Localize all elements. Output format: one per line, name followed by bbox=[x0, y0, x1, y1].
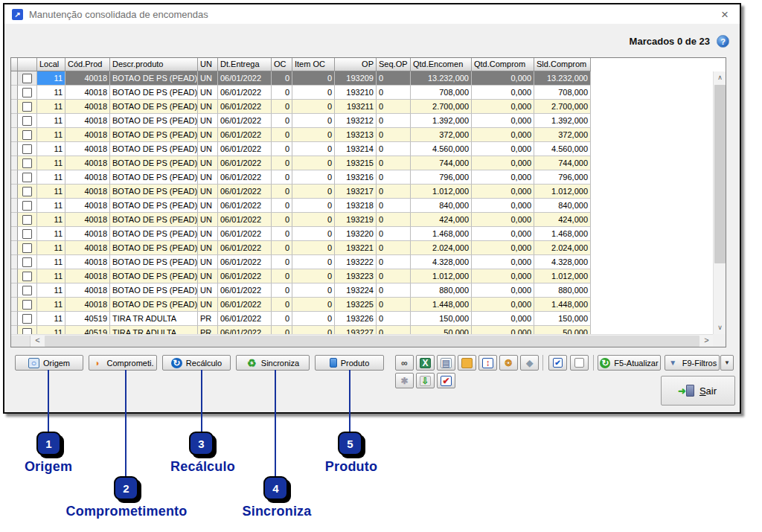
column-header[interactable]: Local bbox=[37, 58, 65, 71]
palette-button[interactable]: ❂ bbox=[499, 355, 518, 371]
column-header[interactable]: OC bbox=[272, 58, 292, 71]
sincroniza-button[interactable]: ♻ Sincroniza bbox=[236, 355, 310, 371]
row-checkbox[interactable] bbox=[22, 215, 32, 225]
origem-button[interactable]: ○ Origem bbox=[15, 355, 83, 371]
table-row[interactable]: 1140018BOTAO DE PS (PEAD)UN06/01/2022001… bbox=[11, 114, 726, 128]
row-selector[interactable] bbox=[11, 114, 18, 128]
table-row[interactable]: 1140018BOTAO DE PS (PEAD)UN06/01/2022001… bbox=[11, 156, 726, 170]
check-all-button[interactable]: ✔ bbox=[548, 355, 567, 371]
folder-import-button[interactable] bbox=[458, 355, 476, 371]
scroll-up-icon[interactable]: ∧ bbox=[714, 71, 726, 84]
row-selector[interactable] bbox=[11, 283, 18, 298]
checklist-button[interactable]: ✔ bbox=[437, 373, 455, 388]
column-header[interactable] bbox=[18, 58, 37, 71]
settings-gear-button[interactable]: ✱ bbox=[395, 373, 414, 388]
row-checkbox[interactable] bbox=[22, 314, 32, 324]
comprometimento-button[interactable]: ◗ Comprometi. bbox=[89, 355, 157, 371]
column-header[interactable]: Descr.produto bbox=[110, 58, 198, 71]
scroll-down-icon[interactable]: ∨ bbox=[714, 321, 726, 334]
sort-values-button[interactable]: ↕ bbox=[478, 355, 497, 371]
vertical-scrollbar[interactable]: ∧ ∨ bbox=[713, 71, 726, 334]
column-header[interactable]: Cód.Prod bbox=[65, 58, 110, 71]
column-header[interactable] bbox=[11, 58, 18, 71]
recalculo-button[interactable]: ↻ Recálculo bbox=[162, 355, 231, 371]
table-row[interactable]: 1140018BOTAO DE PS (PEAD)UN06/01/2022001… bbox=[11, 100, 726, 114]
row-selector[interactable] bbox=[11, 86, 18, 100]
column-header[interactable]: Item OC bbox=[292, 58, 335, 71]
close-icon[interactable]: × bbox=[717, 7, 732, 22]
scroll-left-icon[interactable]: < bbox=[31, 335, 44, 347]
help-icon[interactable]: ? bbox=[717, 35, 729, 48]
column-header[interactable]: Sld.Comprom bbox=[534, 58, 591, 71]
horizontal-scroll-thumb[interactable] bbox=[45, 336, 699, 347]
row-selector[interactable] bbox=[11, 128, 18, 142]
row-selector[interactable] bbox=[11, 185, 18, 199]
document-button[interactable]: ▤ bbox=[437, 355, 455, 371]
row-checkbox[interactable] bbox=[22, 243, 32, 253]
row-selector[interactable] bbox=[11, 170, 18, 185]
row-checkbox[interactable] bbox=[22, 272, 32, 281]
uncheck-all-button[interactable] bbox=[570, 355, 589, 371]
row-checkbox[interactable] bbox=[22, 158, 32, 168]
table-row[interactable]: 1140018BOTAO DE PS (PEAD)UN06/01/2022001… bbox=[11, 71, 726, 86]
row-selector[interactable] bbox=[11, 298, 18, 312]
table-row[interactable]: 1140018BOTAO DE PS (PEAD)UN06/01/2022001… bbox=[11, 199, 726, 213]
table-row[interactable]: 1140018BOTAO DE PS (PEAD)UN06/01/2022001… bbox=[11, 128, 726, 142]
column-header[interactable]: Seq.OP bbox=[377, 58, 411, 71]
row-selector[interactable] bbox=[11, 199, 18, 213]
row-checkbox[interactable] bbox=[22, 130, 32, 140]
table-row[interactable]: 1140018BOTAO DE PS (PEAD)UN06/01/2022001… bbox=[11, 170, 726, 185]
vertical-scroll-thumb[interactable] bbox=[714, 85, 726, 263]
f9-filtros-button[interactable]: ▼ F9-Filtros bbox=[665, 355, 720, 371]
table-row[interactable]: 1140018BOTAO DE PS (PEAD)UN06/01/2022001… bbox=[11, 86, 726, 100]
table-row[interactable]: 1140519TIRA TR ADULTAPR06/01/20220019322… bbox=[11, 326, 726, 334]
row-checkbox[interactable] bbox=[22, 300, 32, 310]
table-row[interactable]: 1140018BOTAO DE PS (PEAD)UN06/01/2022001… bbox=[11, 241, 726, 255]
row-selector[interactable] bbox=[11, 269, 18, 283]
column-header[interactable]: Qtd.Encomen bbox=[411, 58, 472, 71]
row-checkbox[interactable] bbox=[22, 144, 32, 154]
table-row[interactable]: 1140018BOTAO DE PS (PEAD)UN06/01/2022001… bbox=[11, 255, 726, 269]
binoculars-button[interactable]: ∞ bbox=[395, 355, 414, 371]
sair-button[interactable]: ➜ Sair bbox=[661, 376, 735, 406]
row-selector[interactable] bbox=[11, 241, 18, 255]
row-selector[interactable] bbox=[11, 312, 18, 326]
block-button[interactable]: ◆ bbox=[520, 355, 539, 371]
column-header[interactable]: Dt.Entrega bbox=[218, 58, 272, 71]
row-checkbox[interactable] bbox=[22, 229, 32, 239]
row-checkbox[interactable] bbox=[22, 187, 32, 196]
f5-atualizar-button[interactable]: ↻ F5-Atualizar bbox=[598, 355, 661, 371]
row-selector[interactable] bbox=[11, 142, 18, 156]
table-row[interactable]: 1140018BOTAO DE PS (PEAD)UN06/01/2022001… bbox=[11, 227, 726, 241]
table-row[interactable]: 1140018BOTAO DE PS (PEAD)UN06/01/2022001… bbox=[11, 298, 726, 312]
table-row[interactable]: 1140018BOTAO DE PS (PEAD)UN06/01/2022001… bbox=[11, 142, 726, 156]
horizontal-scrollbar[interactable]: < > bbox=[11, 334, 713, 347]
row-selector[interactable] bbox=[11, 326, 18, 334]
row-selector[interactable] bbox=[11, 100, 18, 114]
row-checkbox[interactable] bbox=[22, 74, 32, 83]
filtros-dropdown-button[interactable]: ▼ bbox=[720, 355, 734, 371]
row-checkbox[interactable] bbox=[22, 201, 32, 211]
table-row[interactable]: 1140018BOTAO DE PS (PEAD)UN06/01/2022001… bbox=[11, 269, 726, 283]
row-checkbox[interactable] bbox=[22, 286, 32, 295]
print-export-button[interactable]: ⇩ bbox=[416, 373, 435, 388]
table-row[interactable]: 1140018BOTAO DE PS (PEAD)UN06/01/2022001… bbox=[11, 283, 726, 298]
column-header[interactable]: Qtd.Comprom bbox=[472, 58, 534, 71]
row-checkbox[interactable] bbox=[22, 116, 32, 126]
table-row[interactable]: 1140018BOTAO DE PS (PEAD)UN06/01/2022001… bbox=[11, 213, 726, 227]
scroll-right-icon[interactable]: > bbox=[700, 335, 713, 347]
row-selector[interactable] bbox=[11, 213, 18, 227]
row-selector[interactable] bbox=[11, 71, 18, 86]
table-row[interactable]: 1140018BOTAO DE PS (PEAD)UN06/01/2022001… bbox=[11, 185, 726, 199]
table-row[interactable]: 1140519TIRA TR ADULTAPR06/01/20220019322… bbox=[11, 312, 726, 326]
row-checkbox[interactable] bbox=[22, 257, 32, 267]
row-checkbox[interactable] bbox=[22, 102, 32, 112]
row-selector[interactable] bbox=[11, 255, 18, 269]
row-checkbox[interactable] bbox=[22, 173, 32, 182]
column-header[interactable]: OP bbox=[335, 58, 377, 71]
produto-button[interactable]: Produto bbox=[315, 355, 384, 371]
row-checkbox[interactable] bbox=[22, 328, 32, 334]
excel-export-button[interactable]: X bbox=[416, 355, 435, 371]
row-selector[interactable] bbox=[11, 156, 18, 170]
row-checkbox[interactable] bbox=[22, 88, 32, 97]
